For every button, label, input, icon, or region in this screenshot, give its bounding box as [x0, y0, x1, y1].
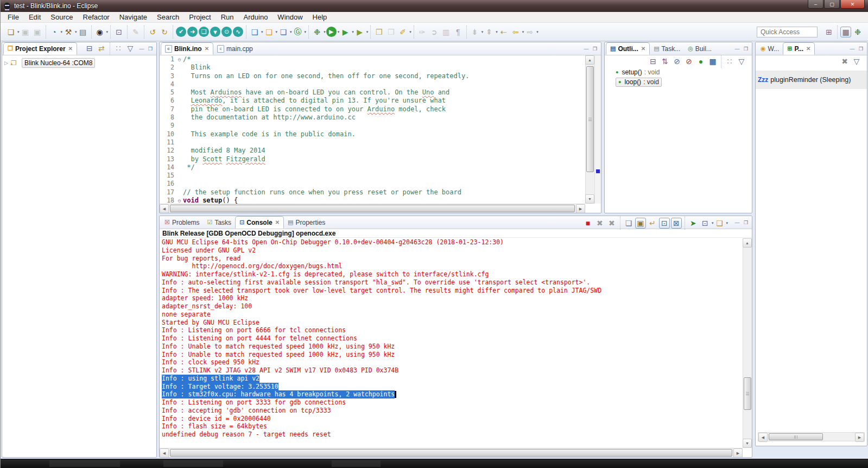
annotation-marker[interactable]: [596, 169, 600, 173]
open-console-button[interactable]: ❏: [714, 218, 725, 229]
console-line[interactable]: Info : device id = 0x20006440: [162, 415, 743, 423]
code-line[interactable]: 15: [160, 172, 585, 180]
new-wizard-button[interactable]: ❏: [5, 27, 16, 37]
code-line[interactable]: 10 This example code is in the public do…: [160, 130, 585, 138]
console-line[interactable]: Info : Target voltage: 3.253510: [162, 383, 743, 391]
console-line[interactable]: Info : clock speed 950 kHz: [162, 358, 743, 366]
show-whitespace-button[interactable]: ¶: [453, 27, 464, 37]
console-vertical-scrollbar[interactable]: ▲ ▼: [743, 238, 752, 448]
code-line[interactable]: 7 pin the on-board LED is connected to o…: [160, 105, 585, 113]
hide-static-button[interactable]: ⊘: [683, 56, 694, 67]
pin-console-button[interactable]: ⊡: [659, 218, 670, 229]
console-line[interactable]: http://openocd.org/doc/doxygen/bugs.html: [162, 262, 743, 270]
build-button[interactable]: ⚒: [63, 27, 74, 37]
minimize-view-button[interactable]: —: [733, 218, 742, 226]
minimize-view-button[interactable]: —: [137, 45, 146, 53]
generate-button-dropdown-icon[interactable]: ▾: [305, 30, 307, 34]
menu-file[interactable]: File: [3, 12, 24, 22]
run-history-button[interactable]: ▶: [340, 27, 351, 37]
tree-item-blink-project[interactable]: ▷ ❒▲ Blink Nucleo-64 :COM8: [2, 58, 156, 68]
pencil-button[interactable]: ✎: [130, 27, 141, 37]
console-line[interactable]: WARNING: interface/stlink-v2-1.cfg is de…: [162, 270, 743, 279]
view-menu-button[interactable]: ▽: [736, 56, 747, 67]
new-arduino-project-button[interactable]: ❑: [264, 27, 275, 37]
open-file-button[interactable]: ❒: [373, 27, 384, 37]
copy-view-button[interactable]: ▥: [441, 27, 452, 37]
collapse-all-button[interactable]: ⊟: [648, 56, 658, 67]
console-output[interactable]: GNU MCU Eclipse 64-bits Open On-Chip Deb…: [160, 238, 743, 448]
new-c-file-button-dropdown-icon[interactable]: ▾: [290, 30, 292, 34]
console-line[interactable]: Info : Listening on port 3333 for gdb co…: [162, 399, 743, 407]
minimize-view-button[interactable]: —: [582, 45, 591, 53]
clear-button[interactable]: ✖: [839, 56, 850, 67]
prev-annotation-button[interactable]: ⇞: [484, 27, 495, 37]
external-tools-button[interactable]: ▶: [354, 27, 365, 37]
verify-button[interactable]: ✔: [176, 27, 186, 37]
maximize-view-button[interactable]: ❐: [742, 45, 750, 53]
next-annotation-button[interactable]: ⇟: [470, 27, 480, 37]
hide-fields-button[interactable]: ⊘: [671, 56, 682, 67]
display-console-button-dropdown-icon[interactable]: ▾: [712, 221, 714, 225]
console-line[interactable]: Info : The selected transport took over …: [162, 287, 743, 295]
tab-w-view[interactable]: ◉ W...: [757, 42, 783, 55]
collapse-all-button[interactable]: ⊟: [84, 43, 95, 54]
code-editor[interactable]: 1⊖/*2 Blink3 Turns on an LED on for one …: [160, 55, 585, 204]
code-line[interactable]: 12 modified 8 May 2014: [160, 147, 585, 155]
maximize-view-button[interactable]: ❐: [857, 45, 865, 53]
code-line[interactable]: 9: [160, 122, 585, 130]
view-menu-button[interactable]: ▽: [125, 43, 136, 54]
open-sketch-button[interactable]: ➜: [187, 27, 198, 37]
pin-button[interactable]: ➤: [688, 218, 699, 229]
console-line[interactable]: Started by GNU MCU Eclipse: [162, 319, 743, 327]
maximize-view-button[interactable]: ❐: [591, 45, 599, 53]
console-line[interactable]: Info : Unable to match requested speed 1…: [162, 343, 743, 351]
prev-annotation-button-dropdown-icon[interactable]: ▾: [496, 30, 498, 34]
console-line[interactable]: Licensed under GNU GPL v2: [162, 246, 743, 255]
hide-inactive-button[interactable]: ▦: [707, 56, 718, 67]
menu-search[interactable]: Search: [152, 12, 184, 22]
plugin-reminder-item[interactable]: Zzz pluginReminder (Sleeping): [756, 71, 867, 89]
highlighter-button[interactable]: ✐: [397, 27, 408, 37]
menu-refactor[interactable]: Refactor: [78, 12, 115, 22]
run-history-button-dropdown-icon[interactable]: ▾: [352, 30, 354, 34]
last-edit-button[interactable]: ⇠: [498, 27, 509, 37]
minimize-view-button[interactable]: —: [733, 45, 742, 53]
console-horizontal-scrollbar[interactable]: ◀ ▶: [160, 448, 743, 457]
word-wrap-button[interactable]: ↵: [647, 218, 658, 229]
menu-run[interactable]: Run: [216, 12, 239, 22]
generate-button[interactable]: Ⓖ: [293, 27, 303, 37]
tab-outline[interactable]: ▤ Outli... ✕: [606, 42, 650, 55]
forward-button-dropdown-icon[interactable]: ▾: [536, 30, 538, 34]
code-line[interactable]: 6 Leonardo, it is attached to digital pi…: [160, 97, 585, 105]
console-line[interactable]: Info : auto-selecting first available se…: [162, 279, 743, 287]
close-tab-icon[interactable]: ✕: [275, 219, 280, 225]
back-button-dropdown-icon[interactable]: ▾: [522, 30, 524, 34]
remove-all-button[interactable]: ✖: [606, 218, 617, 229]
console-line[interactable]: Info : Unable to match requested speed 1…: [162, 351, 743, 359]
tab-task-list[interactable]: ▤ Task...: [650, 42, 684, 55]
upload-programmer-button[interactable]: ↻: [159, 27, 170, 37]
tab-p-view[interactable]: ⊞ P... ✕: [783, 42, 815, 55]
tab-console[interactable]: ⊡ Console ✕: [235, 216, 284, 229]
view-menu-button[interactable]: ▽: [851, 56, 862, 67]
view-menu-dots-button[interactable]: ∷: [113, 43, 124, 54]
debug-button[interactable]: ❉: [312, 27, 322, 37]
mark-occurrences-button[interactable]: ➲: [429, 27, 440, 37]
show-stderr-button[interactable]: ⊠: [671, 218, 682, 229]
code-line[interactable]: 5 Most Arduinos have an on-board LED you…: [160, 88, 585, 97]
code-line[interactable]: 2 Blink: [160, 64, 585, 72]
code-line[interactable]: 4: [160, 80, 585, 88]
new-c-file-button[interactable]: ❏: [278, 27, 289, 37]
quick-access-input[interactable]: [757, 27, 818, 37]
close-tab-icon[interactable]: ✕: [641, 46, 645, 52]
console-line[interactable]: adapter_nsrst_delay: 100: [162, 302, 743, 311]
outline-item-setup[interactable]: ●setup(): void: [605, 67, 752, 77]
close-tab-icon[interactable]: ✕: [205, 46, 209, 52]
menu-project[interactable]: Project: [184, 12, 216, 22]
fold-icon[interactable]: ⊖: [176, 55, 183, 64]
build-button-dropdown-icon[interactable]: ▾: [75, 30, 77, 34]
menu-arduino[interactable]: Arduino: [239, 12, 273, 22]
tab-tasks[interactable]: ☑ Tasks: [204, 216, 236, 229]
user-profile-button-dropdown-icon[interactable]: ▾: [106, 30, 109, 34]
console-line[interactable]: adapter speed: 1000 kHz: [162, 294, 743, 302]
